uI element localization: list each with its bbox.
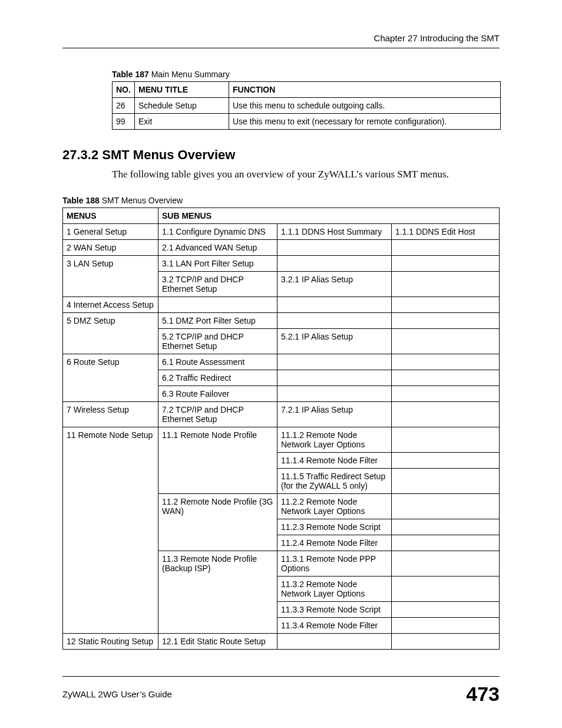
table-cell: 26	[113, 98, 135, 114]
table-cell: 3.1 LAN Port Filter Setup	[158, 256, 277, 272]
table-cell	[392, 402, 500, 427]
table-row: 5 DMZ Setup5.1 DMZ Port Filter Setup	[63, 313, 500, 329]
table-cell: 11.1.2 Remote Node Network Layer Options	[277, 427, 392, 453]
table-cell	[392, 577, 500, 602]
table-cell	[277, 240, 392, 256]
table-cell: 5.1 DMZ Port Filter Setup	[158, 313, 277, 329]
table-cell: Schedule Setup	[135, 98, 229, 114]
table-cell: 5.2 TCP/IP and DHCP Ethernet Setup	[158, 329, 277, 354]
table-cell: 6.2 Traffic Redirect	[158, 370, 277, 386]
table187: NO. MENU TITLE FUNCTION 26Schedule Setup…	[112, 81, 501, 130]
table-cell: Exit	[135, 114, 229, 130]
table-cell	[392, 272, 500, 297]
table-cell: 11.3.1 Remote Node PPP Options	[277, 551, 392, 577]
table-cell: 99	[113, 114, 135, 130]
table-cell: 11.2 Remote Node Profile (3G WAN)	[158, 494, 277, 551]
table-cell: 5.2.1 IP Alias Setup	[277, 329, 392, 354]
table-cell: 12.1 Edit Static Route Setup	[158, 634, 277, 650]
table-row: 12 Static Routing Setup12.1 Edit Static …	[63, 634, 500, 650]
table-cell: 3.2.1 IP Alias Setup	[277, 272, 392, 297]
table187-caption: Table 187 Main Menu Summary	[112, 70, 500, 79]
page-number: 473	[466, 683, 500, 706]
table-cell: 7 Wireless Setup	[63, 402, 158, 427]
table187-header-no: NO.	[113, 82, 135, 98]
table-cell: 12 Static Routing Setup	[63, 634, 158, 650]
table188-caption: Table 188 SMT Menus Overview	[62, 196, 500, 205]
table188-header-row: MENUS SUB MENUS	[63, 208, 500, 224]
table-row: 26Schedule SetupUse this menu to schedul…	[113, 98, 501, 114]
table-cell	[392, 386, 500, 402]
table-cell	[392, 297, 500, 313]
table-cell: 3 LAN Setup	[63, 256, 158, 297]
table-cell: 6.1 Route Assessment	[158, 354, 277, 370]
table-cell: 2.1 Advanced WAN Setup	[158, 240, 277, 256]
table-cell	[277, 256, 392, 272]
table-cell	[392, 256, 500, 272]
table-cell	[392, 535, 500, 551]
table-row: 99ExitUse this menu to exit (necessary f…	[113, 114, 501, 130]
table-cell	[392, 519, 500, 535]
table-row: 6 Route Setup6.1 Route Assessment	[63, 354, 500, 370]
table-cell	[277, 354, 392, 370]
table188-header-menus: MENUS	[63, 208, 158, 224]
table188-caption-num: Table 188	[62, 196, 100, 205]
table-row: 4 Internet Access Setup	[63, 297, 500, 313]
table-row: 11 Remote Node Setup11.1 Remote Node Pro…	[63, 427, 500, 453]
table-cell: 1 General Setup	[63, 224, 158, 240]
intro-text: The following table gives you an overvie…	[112, 169, 500, 180]
table187-header-row: NO. MENU TITLE FUNCTION	[113, 82, 501, 98]
table-cell: 6 Route Setup	[63, 354, 158, 402]
table188-header-submenus: SUB MENUS	[158, 208, 500, 224]
table-cell	[277, 297, 392, 313]
table-cell: 1.1.1 DDNS Host Summary	[277, 224, 392, 240]
table-cell: 11.3.2 Remote Node Network Layer Options	[277, 577, 392, 602]
table-cell	[392, 618, 500, 634]
table187-header-func: FUNCTION	[229, 82, 501, 98]
table-row: 7 Wireless Setup7.2 TCP/IP and DHCP Ethe…	[63, 402, 500, 427]
table-cell	[392, 354, 500, 370]
table-cell: 11.1.4 Remote Node Filter	[277, 453, 392, 469]
table188-caption-title: SMT Menus Overview	[100, 196, 183, 205]
table-cell	[392, 453, 500, 469]
table-cell	[392, 240, 500, 256]
table-cell: Use this menu to exit (necessary for rem…	[229, 114, 501, 130]
table-cell: 11.2.2 Remote Node Network Layer Options	[277, 494, 392, 519]
table-cell: 7.2 TCP/IP and DHCP Ethernet Setup	[158, 402, 277, 427]
table-cell: 1.1.1 DDNS Edit Host	[392, 224, 500, 240]
table-cell: 5 DMZ Setup	[63, 313, 158, 354]
table-cell: 2 WAN Setup	[63, 240, 158, 256]
table-cell: 6.3 Route Failover	[158, 386, 277, 402]
table-row: 2 WAN Setup2.1 Advanced WAN Setup	[63, 240, 500, 256]
table-cell	[392, 427, 500, 453]
table-cell	[277, 634, 392, 650]
table-cell: 11.1 Remote Node Profile	[158, 427, 277, 494]
table-cell: 11.3.3 Remote Node Script	[277, 602, 392, 618]
table-cell	[277, 313, 392, 329]
table-row: 1 General Setup1.1 Configure Dynamic DNS…	[63, 224, 500, 240]
table-cell	[277, 386, 392, 402]
page-footer: ZyWALL 2WG User’s Guide 473	[62, 676, 500, 706]
table-cell: 11.1.5 Traffic Redirect Setup (for the Z…	[277, 469, 392, 494]
table187-header-title: MENU TITLE	[135, 82, 229, 98]
chapter-header: Chapter 27 Introducing the SMT	[62, 33, 500, 48]
table-cell	[392, 370, 500, 386]
table-cell	[277, 370, 392, 386]
table-cell	[392, 469, 500, 494]
table188: MENUS SUB MENUS 1 General Setup1.1 Confi…	[62, 207, 500, 650]
table-cell	[392, 551, 500, 577]
table-cell: 11.3.4 Remote Node Filter	[277, 618, 392, 634]
table187-caption-num: Table 187	[112, 70, 149, 79]
table-cell: 1.1 Configure Dynamic DNS	[158, 224, 277, 240]
table-cell: 3.2 TCP/IP and DHCP Ethernet Setup	[158, 272, 277, 297]
table-cell: 7.2.1 IP Alias Setup	[277, 402, 392, 427]
table-cell: 11 Remote Node Setup	[63, 427, 158, 634]
table-cell: 11.2.4 Remote Node Filter	[277, 535, 392, 551]
table-cell: 4 Internet Access Setup	[63, 297, 158, 313]
table-cell	[392, 634, 500, 650]
table-cell: 11.3 Remote Node Profile (Backup ISP)	[158, 551, 277, 634]
table-cell	[392, 494, 500, 519]
table-cell	[392, 329, 500, 354]
guide-name: ZyWALL 2WG User’s Guide	[62, 689, 172, 699]
table-cell	[392, 602, 500, 618]
table-row: 3 LAN Setup3.1 LAN Port Filter Setup	[63, 256, 500, 272]
